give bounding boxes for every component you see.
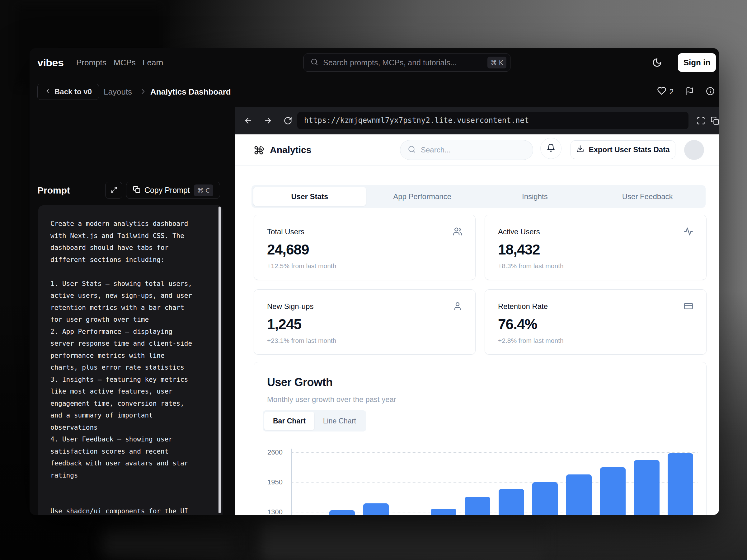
stat-card-total-users[interactable]: Total Users 24,689 +12.5% from last mont… [254,215,475,280]
prompt-text-box[interactable]: Create a modern analytics dashboardwith … [38,205,223,515]
url-bar[interactable]: https://kzmjqewnml7yx7pstny2.lite.vuserc… [297,112,689,129]
global-search-input[interactable] [323,58,487,68]
prompt-line [50,266,207,278]
vibes-logo[interactable]: vibes [37,48,63,77]
user-growth-card: User Growth Monthly user growth over the… [254,362,706,515]
prompt-line: engagement time, conversion rates, [50,398,207,410]
users-icon [453,227,462,237]
card-value: 24,689 [267,241,309,258]
prompt-line: and a summary of important [50,409,207,422]
command-logo-icon [254,145,264,157]
prompt-line: with Next.js and Tailwind CSS. The [50,230,207,242]
tab-insights[interactable]: Insights [479,187,591,206]
prompt-line: satisfaction scores and recent [50,446,207,458]
breadcrumb-actions: 2 [657,77,715,107]
duplicate-tab-icon[interactable] [711,116,719,126]
user-icon [453,301,462,312]
prompt-line: for user growth over time [50,314,207,326]
prompt-line: feedback with user avatars and star [50,457,207,470]
prompt-line: dashboard should have tabs for [50,242,207,254]
dashboard-search[interactable] [400,140,533,160]
chart-bar-month-5[interactable] [431,509,456,515]
app-window: vibes Prompts MCPs Learn ⌘ K Sign in [30,48,719,515]
prompt-line [50,481,207,494]
browser-back-icon[interactable] [244,116,252,126]
copy-prompt-label: Copy Prompt [145,186,190,195]
fullscreen-icon[interactable] [697,116,705,126]
preview-panel: https://kzmjqewnml7yx7pstny2.lite.vuserc… [235,107,719,515]
card-label: Total Users [267,228,304,236]
analytics-dashboard: Analytics [235,134,719,515]
download-icon [576,145,584,155]
screenshot-stage: vibes Prompts MCPs Learn ⌘ K Sign in [0,0,747,560]
chart-bar-month-7[interactable] [499,489,524,515]
flag-icon[interactable] [686,87,694,97]
card-delta: +23.1% from last month [267,337,336,344]
browser-forward-icon[interactable] [264,116,272,126]
chart-bar-month-10[interactable] [600,467,626,515]
backdrop-blur-blob [261,520,545,560]
stat-cards-row-2: New Sign-ups 1,245 +23.1% from last mont… [254,289,706,355]
activity-icon [684,227,693,237]
breadcrumb-section[interactable]: Layouts [104,77,132,107]
breadcrumb-chevron-icon [139,87,147,97]
prompt-line: like most active features, user [50,385,207,398]
prompt-line: 2. App Performance — displaying [50,326,207,338]
search-icon [408,145,416,155]
stat-card-active-users[interactable]: Active Users 18,432 +8.3% from last mont… [485,215,706,280]
stat-cards-row-1: Total Users 24,689 +12.5% from last mont… [254,215,706,280]
prompt-line: observations [50,422,207,434]
prompt-line: active users, new sign-ups, and user [50,290,207,302]
notifications-button[interactable] [540,138,562,159]
bell-icon [546,143,555,153]
backdrop-blur-blob-2 [103,529,233,557]
browser-reload-icon[interactable] [284,116,292,126]
nav-link-mcps[interactable]: MCPs [113,48,136,77]
user-avatar[interactable] [684,140,704,160]
copy-shortcut-badge: ⌘ C [194,185,213,196]
prompt-scrollbar[interactable] [218,207,221,513]
card-delta: +2.8% from last month [498,337,564,344]
prompt-panel: Prompt Copy Prompt ⌘ C Create a modern a… [30,107,235,515]
back-to-v0-label: Back to v0 [54,87,92,96]
chart-bar-month-11[interactable] [634,460,660,515]
prompt-line: Create a modern analytics dashboard [50,218,207,230]
card-value: 76.4% [498,316,537,332]
prompt-line: 1. User Stats — showing total users, [50,278,207,290]
card-value: 18,432 [498,241,540,258]
chart-bar-month-12[interactable] [668,453,693,515]
expand-prompt-button[interactable] [105,182,122,199]
tab-app-performance[interactable]: App Performance [366,187,479,206]
chart-bar-month-9[interactable] [566,475,592,515]
card-label: Active Users [498,228,540,236]
copy-prompt-button[interactable]: Copy Prompt ⌘ C [126,182,220,199]
stat-card-new-signups[interactable]: New Sign-ups 1,245 +23.1% from last mont… [254,289,475,355]
sign-in-button[interactable]: Sign in [678,53,716,72]
stat-card-retention-rate[interactable]: Retention Rate 76.4% +2.8% from last mon… [485,289,706,355]
tab-user-stats[interactable]: User Stats [253,187,366,206]
dashboard-tabs: User StatsApp PerformanceInsightsUser Fe… [252,185,705,208]
chart-bar-month-6[interactable] [465,497,490,515]
global-search[interactable]: ⌘ K [304,54,511,72]
credit-card-icon [684,301,693,312]
card-value: 1,245 [267,316,301,332]
back-to-v0-button[interactable]: Back to v0 [37,84,99,100]
dashboard-search-input[interactable] [420,145,525,155]
chart-bar-month-3[interactable] [363,503,389,515]
heart-icon [657,86,666,97]
theme-toggle-moon-icon[interactable] [652,58,662,69]
prompt-line: ratings [50,470,207,482]
nav-link-learn[interactable]: Learn [143,48,163,77]
nav-link-prompts[interactable]: Prompts [76,48,106,77]
copy-icon [133,186,140,195]
chart-bar-month-8[interactable] [532,482,558,515]
maximize-icon [110,186,117,194]
prompt-line: retention metrics with a bar chart [50,302,207,314]
like-button[interactable]: 2 [657,86,673,97]
chart-bar-month-2[interactable] [329,510,355,515]
info-icon[interactable] [706,87,715,97]
dashboard-title: Analytics [270,134,311,165]
prompt-line: server response time and client-side [50,338,207,350]
tab-user-feedback[interactable]: User Feedback [591,187,704,206]
export-user-stats-button[interactable]: Export User Stats Data [570,140,675,159]
